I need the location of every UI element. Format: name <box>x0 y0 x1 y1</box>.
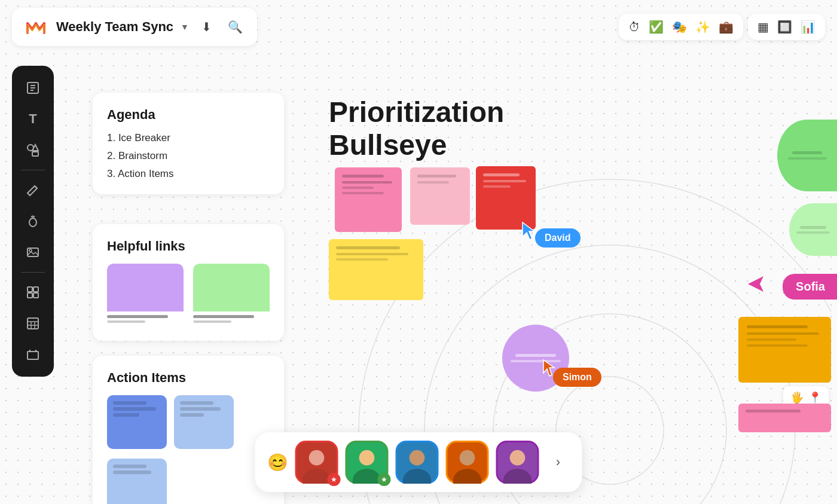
sidebar-divider-2 <box>21 272 45 273</box>
sidebar-item-shapes[interactable] <box>19 136 47 164</box>
helpful-links-panel: Helpful links <box>93 224 284 341</box>
avatar-2[interactable]: ★ <box>346 441 389 484</box>
pin-icon[interactable]: 📍 <box>808 391 821 404</box>
svg-point-32 <box>359 450 375 466</box>
svg-point-38 <box>460 450 475 466</box>
sparkle-icon[interactable]: ✨ <box>695 20 710 34</box>
toolbar-right: ⏱ ✅ 🎭 ✨ 💼 ▦ 🔲 📊 <box>619 14 825 40</box>
svg-rect-14 <box>28 293 32 298</box>
svg-point-35 <box>410 450 425 466</box>
hand-icon[interactable]: 🖐 <box>790 391 804 404</box>
action-cards <box>107 395 270 504</box>
action-card-1[interactable] <box>107 395 167 449</box>
bottom-toolbar: 😊 ★ ★ › <box>255 432 582 492</box>
sidebar-item-ai[interactable] <box>19 207 47 235</box>
title-dropdown[interactable]: ▼ <box>181 22 189 32</box>
title-bar: Weekly Team Sync ▼ ⬇ 🔍 <box>12 8 257 46</box>
svg-rect-13 <box>33 287 38 292</box>
link-card-2[interactable] <box>193 264 270 326</box>
deco-circle-large <box>777 120 837 191</box>
avatar-1[interactable]: ★ <box>295 441 338 484</box>
check-icon[interactable]: ✅ <box>649 20 664 34</box>
avatar-4[interactable] <box>446 441 489 484</box>
sticky-pink-2[interactable] <box>410 167 470 225</box>
svg-rect-12 <box>28 287 32 292</box>
svg-rect-21 <box>28 352 38 359</box>
sidebar-item-frame[interactable] <box>19 341 47 368</box>
link-cards <box>107 264 270 326</box>
svg-point-41 <box>510 450 526 466</box>
frame-icon[interactable]: 🔲 <box>777 20 792 34</box>
grid-icon[interactable]: ▦ <box>757 20 769 34</box>
svg-rect-16 <box>28 318 38 329</box>
briefcase-icon[interactable]: 💼 <box>719 20 734 34</box>
simon-label: Simon <box>553 368 601 387</box>
sticky-pink-bottom-right[interactable] <box>738 404 831 432</box>
emoji-button[interactable]: 😊 <box>267 453 288 472</box>
svg-rect-15 <box>33 293 38 298</box>
sofia-arrow-icon <box>747 275 768 295</box>
agenda-list: 1. Ice Breaker 2. Brainstorm 3. Action I… <box>107 132 270 180</box>
avatar-3[interactable] <box>396 441 439 484</box>
sidebar-divider-1 <box>21 170 45 170</box>
sidebar-item-table[interactable] <box>19 310 47 337</box>
sidebar-item-grid[interactable] <box>19 279 47 306</box>
agenda-title: Agenda <box>107 107 270 123</box>
david-label: David <box>535 228 581 248</box>
chart-icon[interactable]: 📊 <box>801 20 815 34</box>
svg-point-29 <box>309 450 325 466</box>
svg-rect-7 <box>32 152 38 156</box>
masks-icon[interactable]: 🎭 <box>672 20 687 34</box>
avatar-5[interactable] <box>496 441 539 484</box>
sidebar-item-sticky[interactable] <box>19 74 47 102</box>
action-items-title: Action Items <box>107 370 270 386</box>
sidebar-item-pen[interactable] <box>19 176 47 204</box>
agenda-panel: Agenda 1. Ice Breaker 2. Brainstorm 3. A… <box>93 93 284 194</box>
tool-group-2: ▦ 🔲 📊 <box>748 14 825 40</box>
avatar-1-star: ★ <box>328 473 341 486</box>
sidebar-item-text[interactable]: T <box>19 105 47 133</box>
top-toolbar: Weekly Team Sync ▼ ⬇ 🔍 ⏱ ✅ 🎭 ✨ 💼 ▦ 🔲 📊 <box>0 0 837 54</box>
next-avatar-button[interactable]: › <box>546 450 570 474</box>
agenda-item-3: 3. Action Items <box>107 168 270 180</box>
agenda-item-2: 2. Brainstorm <box>107 150 270 162</box>
sofia-label: Sofia <box>783 274 837 300</box>
download-button[interactable]: ⬇ <box>196 16 218 38</box>
tool-group-1: ⏱ ✅ 🎭 ✨ 💼 <box>619 14 743 40</box>
search-button[interactable]: 🔍 <box>225 16 246 38</box>
sticky-orange-right[interactable] <box>738 317 831 383</box>
deco-circle-small <box>789 203 837 256</box>
avatar-2-star: ★ <box>378 473 391 486</box>
sticky-yellow[interactable] <box>329 239 423 300</box>
sticky-pink-1[interactable] <box>335 167 402 232</box>
sidebar-item-image[interactable] <box>19 239 47 266</box>
left-sidebar: T <box>12 66 54 377</box>
action-card-3[interactable] <box>107 459 167 504</box>
timer-icon[interactable]: ⏱ <box>628 20 640 34</box>
svg-point-8 <box>29 218 36 227</box>
helpful-links-title: Helpful links <box>107 239 270 254</box>
svg-rect-10 <box>28 248 38 256</box>
app-title: Weekly Team Sync <box>56 19 173 35</box>
app-logo[interactable] <box>23 14 49 40</box>
action-card-2[interactable] <box>174 395 234 449</box>
link-card-1[interactable] <box>107 264 184 326</box>
agenda-item-1: 1. Ice Breaker <box>107 132 270 144</box>
